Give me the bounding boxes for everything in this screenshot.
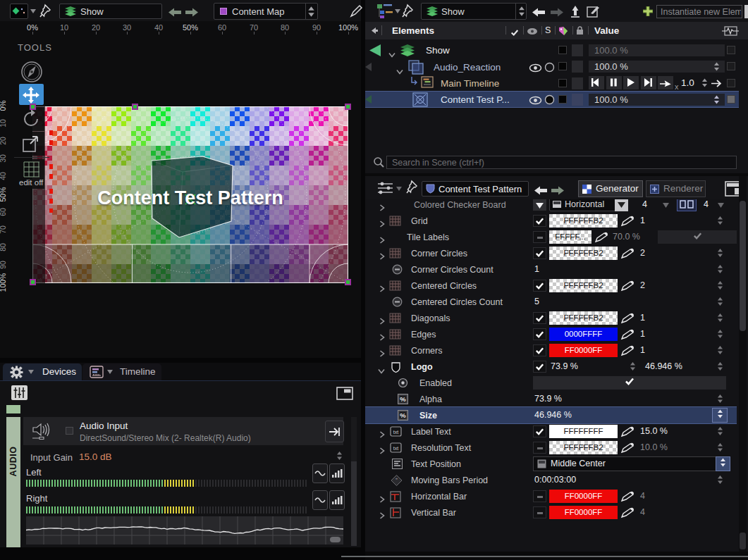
svg-text:txt: txt — [393, 446, 398, 451]
svg-text:%: % — [400, 395, 406, 403]
svg-text:%: % — [400, 411, 406, 419]
svg-text:txt: txt — [393, 430, 398, 435]
